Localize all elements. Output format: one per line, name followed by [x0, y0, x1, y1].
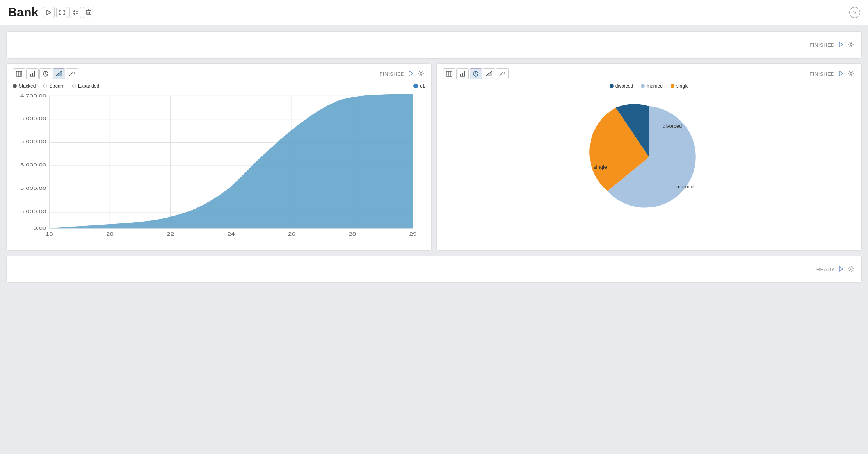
pie-legend-single-dot	[671, 84, 674, 88]
svg-point-23	[850, 43, 852, 45]
legend-stream-label: Stream	[49, 83, 64, 89]
svg-marker-78	[839, 71, 843, 76]
svg-text:4,700.00: 4,700.00	[20, 93, 46, 98]
pie-legend-married: married	[641, 83, 663, 89]
bar-chart-icon	[459, 71, 466, 77]
collapse-button[interactable]	[69, 7, 81, 18]
svg-rect-28	[30, 74, 31, 76]
top-panel: FINISHED	[6, 31, 862, 59]
left-tab-area[interactable]	[53, 68, 65, 79]
svg-rect-29	[32, 73, 33, 76]
pie-legend-married-dot	[641, 84, 645, 88]
top-bar-left: Bank	[8, 5, 94, 20]
legend-stream: Stream	[43, 83, 64, 89]
right-pie-chart-container: divorced married single	[443, 83, 855, 232]
play-button[interactable]	[43, 7, 55, 18]
left-chart-tabs	[13, 68, 78, 79]
collapse-icon	[73, 10, 78, 15]
top-panel-run-button[interactable]	[838, 41, 844, 49]
left-tab-line[interactable]	[66, 68, 78, 79]
right-chart-settings-button[interactable]	[847, 70, 855, 79]
svg-marker-35	[56, 71, 62, 76]
left-chart-header: FINISHED	[13, 68, 425, 79]
top-panel-status: FINISHED	[809, 41, 855, 50]
expand-button[interactable]	[56, 7, 68, 18]
gear-icon	[418, 70, 424, 77]
right-tab-pie[interactable]	[470, 68, 482, 79]
bottom-panel-settings-button[interactable]	[847, 265, 855, 274]
svg-rect-72	[464, 71, 465, 76]
pie-legend-divorced-label: divorced	[615, 83, 633, 89]
pie-legend-single-label: single	[676, 83, 688, 89]
left-tab-pie[interactable]	[39, 68, 52, 79]
expand-icon	[59, 10, 65, 15]
legend-expanded-radio	[72, 84, 76, 88]
svg-text:26: 26	[288, 232, 295, 236]
pie-label-married: married	[676, 184, 694, 189]
pie-chart-icon	[43, 71, 49, 77]
svg-text:22: 22	[167, 232, 174, 236]
delete-button[interactable]	[83, 7, 94, 18]
pie-legend-single: single	[671, 83, 688, 89]
play-icon	[46, 10, 51, 15]
delete-icon	[86, 9, 91, 15]
svg-point-81	[850, 268, 852, 270]
left-chart-status-label: FINISHED	[379, 71, 405, 77]
left-chart-settings-button[interactable]	[417, 70, 425, 79]
svg-text:5,000.00: 5,000.00	[20, 116, 46, 121]
page-title: Bank	[8, 5, 38, 20]
svg-text:0.00: 0.00	[33, 226, 46, 231]
svg-line-34	[46, 74, 48, 75]
pie-legend-married-label: married	[647, 83, 663, 89]
svg-rect-30	[34, 71, 35, 76]
area-chart-svg: 0.00 5,000.00 5,000.00 5,000.00 5,000.00…	[13, 92, 425, 240]
right-chart-tabs	[443, 68, 509, 79]
pie-chart-svg: divorced married single	[583, 93, 715, 218]
bottom-panel-run-button[interactable]	[838, 265, 844, 273]
right-tab-area[interactable]	[483, 68, 495, 79]
svg-text:18: 18	[46, 232, 53, 236]
bottom-panel: READY	[6, 256, 862, 283]
left-tab-bar[interactable]	[26, 68, 39, 79]
help-button[interactable]: ?	[849, 7, 860, 18]
svg-text:29: 29	[409, 232, 416, 236]
svg-text:5,000.00: 5,000.00	[20, 209, 46, 214]
right-chart-run-button[interactable]	[838, 70, 844, 78]
legend-c1-dot	[413, 84, 418, 88]
svg-rect-17	[87, 11, 91, 15]
bottom-panel-status: READY	[816, 265, 855, 274]
left-chart-legend: Stacked Stream Expanded c1	[13, 83, 425, 89]
toolbar-buttons	[43, 7, 94, 18]
legend-stacked-label: Stacked	[19, 83, 36, 89]
left-chart-status: FINISHED	[379, 70, 425, 79]
top-panel-settings-button[interactable]	[847, 41, 855, 50]
legend-c1: c1	[413, 83, 425, 89]
main-content: FINISHED	[0, 25, 868, 289]
line-chart-icon	[69, 71, 75, 77]
right-tab-bar[interactable]	[456, 68, 469, 79]
svg-point-79	[850, 72, 852, 74]
right-tab-table[interactable]	[443, 68, 455, 79]
svg-text:28: 28	[349, 232, 356, 236]
left-chart-run-button[interactable]	[408, 70, 414, 78]
table-icon	[16, 71, 22, 77]
left-chart-panel: FINISHED Stacked	[6, 63, 432, 251]
bar-chart-icon	[29, 71, 36, 77]
svg-text:24: 24	[228, 232, 235, 236]
right-chart-status: FINISHED	[809, 70, 855, 79]
area-chart-icon	[486, 71, 492, 77]
right-chart-status-label: FINISHED	[809, 71, 835, 77]
legend-stacked: Stacked	[13, 83, 36, 89]
left-tab-table[interactable]	[13, 68, 25, 79]
svg-rect-24	[16, 71, 22, 76]
pie-legend: divorced married single	[610, 83, 688, 89]
legend-stacked-dot	[13, 84, 17, 88]
svg-line-76	[476, 74, 478, 75]
right-tab-line[interactable]	[496, 68, 509, 79]
pie-legend-divorced-dot	[610, 84, 614, 88]
svg-marker-22	[839, 42, 843, 47]
bottom-panel-status-label: READY	[816, 266, 835, 272]
svg-text:5,000.00: 5,000.00	[20, 139, 46, 144]
svg-rect-66	[446, 71, 452, 76]
top-panel-status-label: FINISHED	[809, 42, 835, 48]
